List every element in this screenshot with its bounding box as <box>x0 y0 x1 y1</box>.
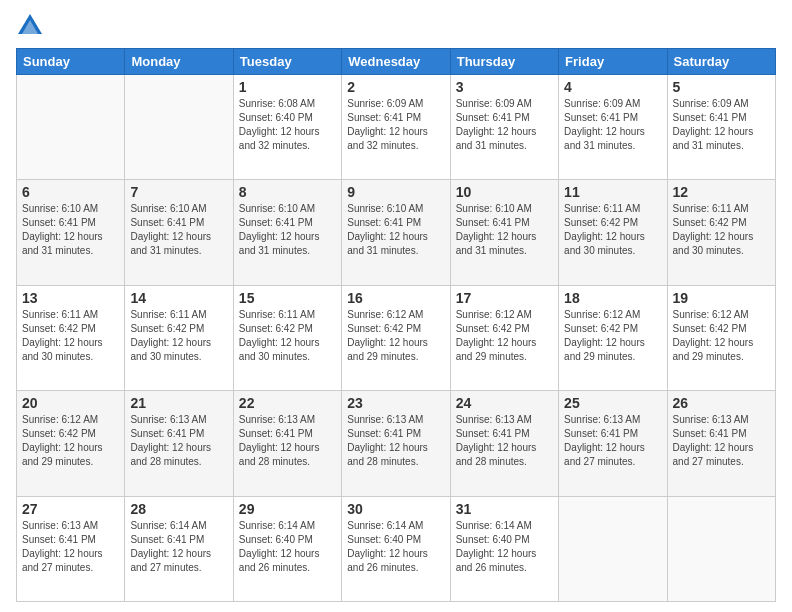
day-info: Sunrise: 6:13 AM Sunset: 6:41 PM Dayligh… <box>456 413 553 469</box>
day-number: 10 <box>456 184 553 200</box>
day-info: Sunrise: 6:14 AM Sunset: 6:40 PM Dayligh… <box>347 519 444 575</box>
day-number: 7 <box>130 184 227 200</box>
header <box>16 12 776 40</box>
day-info: Sunrise: 6:12 AM Sunset: 6:42 PM Dayligh… <box>673 308 770 364</box>
day-number: 22 <box>239 395 336 411</box>
day-info: Sunrise: 6:10 AM Sunset: 6:41 PM Dayligh… <box>239 202 336 258</box>
day-number: 27 <box>22 501 119 517</box>
day-number: 16 <box>347 290 444 306</box>
day-info: Sunrise: 6:10 AM Sunset: 6:41 PM Dayligh… <box>130 202 227 258</box>
day-number: 19 <box>673 290 770 306</box>
day-cell: 10Sunrise: 6:10 AM Sunset: 6:41 PM Dayli… <box>450 180 558 285</box>
week-row-5: 27Sunrise: 6:13 AM Sunset: 6:41 PM Dayli… <box>17 496 776 601</box>
week-row-1: 1Sunrise: 6:08 AM Sunset: 6:40 PM Daylig… <box>17 75 776 180</box>
day-cell: 14Sunrise: 6:11 AM Sunset: 6:42 PM Dayli… <box>125 285 233 390</box>
day-cell: 28Sunrise: 6:14 AM Sunset: 6:41 PM Dayli… <box>125 496 233 601</box>
day-cell: 24Sunrise: 6:13 AM Sunset: 6:41 PM Dayli… <box>450 391 558 496</box>
day-cell <box>17 75 125 180</box>
day-number: 26 <box>673 395 770 411</box>
day-info: Sunrise: 6:13 AM Sunset: 6:41 PM Dayligh… <box>673 413 770 469</box>
day-info: Sunrise: 6:11 AM Sunset: 6:42 PM Dayligh… <box>239 308 336 364</box>
week-row-3: 13Sunrise: 6:11 AM Sunset: 6:42 PM Dayli… <box>17 285 776 390</box>
day-info: Sunrise: 6:13 AM Sunset: 6:41 PM Dayligh… <box>239 413 336 469</box>
day-info: Sunrise: 6:13 AM Sunset: 6:41 PM Dayligh… <box>347 413 444 469</box>
day-info: Sunrise: 6:10 AM Sunset: 6:41 PM Dayligh… <box>22 202 119 258</box>
day-info: Sunrise: 6:09 AM Sunset: 6:41 PM Dayligh… <box>347 97 444 153</box>
day-info: Sunrise: 6:14 AM Sunset: 6:41 PM Dayligh… <box>130 519 227 575</box>
day-cell: 4Sunrise: 6:09 AM Sunset: 6:41 PM Daylig… <box>559 75 667 180</box>
col-header-sunday: Sunday <box>17 49 125 75</box>
day-info: Sunrise: 6:11 AM Sunset: 6:42 PM Dayligh… <box>130 308 227 364</box>
day-number: 17 <box>456 290 553 306</box>
day-info: Sunrise: 6:14 AM Sunset: 6:40 PM Dayligh… <box>456 519 553 575</box>
day-cell: 15Sunrise: 6:11 AM Sunset: 6:42 PM Dayli… <box>233 285 341 390</box>
day-cell: 1Sunrise: 6:08 AM Sunset: 6:40 PM Daylig… <box>233 75 341 180</box>
day-number: 9 <box>347 184 444 200</box>
day-cell: 3Sunrise: 6:09 AM Sunset: 6:41 PM Daylig… <box>450 75 558 180</box>
day-cell: 18Sunrise: 6:12 AM Sunset: 6:42 PM Dayli… <box>559 285 667 390</box>
day-number: 15 <box>239 290 336 306</box>
day-cell: 27Sunrise: 6:13 AM Sunset: 6:41 PM Dayli… <box>17 496 125 601</box>
calendar: SundayMondayTuesdayWednesdayThursdayFrid… <box>16 48 776 602</box>
day-number: 31 <box>456 501 553 517</box>
col-header-tuesday: Tuesday <box>233 49 341 75</box>
day-cell: 6Sunrise: 6:10 AM Sunset: 6:41 PM Daylig… <box>17 180 125 285</box>
day-cell: 20Sunrise: 6:12 AM Sunset: 6:42 PM Dayli… <box>17 391 125 496</box>
day-cell: 23Sunrise: 6:13 AM Sunset: 6:41 PM Dayli… <box>342 391 450 496</box>
day-info: Sunrise: 6:13 AM Sunset: 6:41 PM Dayligh… <box>564 413 661 469</box>
day-number: 30 <box>347 501 444 517</box>
day-cell: 16Sunrise: 6:12 AM Sunset: 6:42 PM Dayli… <box>342 285 450 390</box>
day-info: Sunrise: 6:13 AM Sunset: 6:41 PM Dayligh… <box>22 519 119 575</box>
logo <box>16 12 48 40</box>
day-number: 1 <box>239 79 336 95</box>
day-number: 8 <box>239 184 336 200</box>
day-number: 2 <box>347 79 444 95</box>
day-info: Sunrise: 6:12 AM Sunset: 6:42 PM Dayligh… <box>456 308 553 364</box>
day-info: Sunrise: 6:10 AM Sunset: 6:41 PM Dayligh… <box>347 202 444 258</box>
day-cell: 7Sunrise: 6:10 AM Sunset: 6:41 PM Daylig… <box>125 180 233 285</box>
day-number: 4 <box>564 79 661 95</box>
day-cell: 30Sunrise: 6:14 AM Sunset: 6:40 PM Dayli… <box>342 496 450 601</box>
week-row-2: 6Sunrise: 6:10 AM Sunset: 6:41 PM Daylig… <box>17 180 776 285</box>
day-number: 24 <box>456 395 553 411</box>
day-info: Sunrise: 6:11 AM Sunset: 6:42 PM Dayligh… <box>673 202 770 258</box>
day-number: 29 <box>239 501 336 517</box>
day-cell: 2Sunrise: 6:09 AM Sunset: 6:41 PM Daylig… <box>342 75 450 180</box>
day-info: Sunrise: 6:09 AM Sunset: 6:41 PM Dayligh… <box>564 97 661 153</box>
day-cell: 19Sunrise: 6:12 AM Sunset: 6:42 PM Dayli… <box>667 285 775 390</box>
day-cell: 8Sunrise: 6:10 AM Sunset: 6:41 PM Daylig… <box>233 180 341 285</box>
day-number: 3 <box>456 79 553 95</box>
day-info: Sunrise: 6:12 AM Sunset: 6:42 PM Dayligh… <box>564 308 661 364</box>
day-cell: 13Sunrise: 6:11 AM Sunset: 6:42 PM Dayli… <box>17 285 125 390</box>
day-number: 21 <box>130 395 227 411</box>
day-info: Sunrise: 6:11 AM Sunset: 6:42 PM Dayligh… <box>22 308 119 364</box>
day-cell: 12Sunrise: 6:11 AM Sunset: 6:42 PM Dayli… <box>667 180 775 285</box>
day-number: 25 <box>564 395 661 411</box>
day-number: 23 <box>347 395 444 411</box>
day-info: Sunrise: 6:12 AM Sunset: 6:42 PM Dayligh… <box>347 308 444 364</box>
day-cell: 22Sunrise: 6:13 AM Sunset: 6:41 PM Dayli… <box>233 391 341 496</box>
col-header-wednesday: Wednesday <box>342 49 450 75</box>
day-cell: 29Sunrise: 6:14 AM Sunset: 6:40 PM Dayli… <box>233 496 341 601</box>
day-cell: 25Sunrise: 6:13 AM Sunset: 6:41 PM Dayli… <box>559 391 667 496</box>
day-cell: 21Sunrise: 6:13 AM Sunset: 6:41 PM Dayli… <box>125 391 233 496</box>
day-info: Sunrise: 6:11 AM Sunset: 6:42 PM Dayligh… <box>564 202 661 258</box>
day-cell: 17Sunrise: 6:12 AM Sunset: 6:42 PM Dayli… <box>450 285 558 390</box>
day-cell <box>559 496 667 601</box>
day-info: Sunrise: 6:09 AM Sunset: 6:41 PM Dayligh… <box>456 97 553 153</box>
day-number: 13 <box>22 290 119 306</box>
header-row: SundayMondayTuesdayWednesdayThursdayFrid… <box>17 49 776 75</box>
week-row-4: 20Sunrise: 6:12 AM Sunset: 6:42 PM Dayli… <box>17 391 776 496</box>
day-info: Sunrise: 6:09 AM Sunset: 6:41 PM Dayligh… <box>673 97 770 153</box>
day-number: 6 <box>22 184 119 200</box>
day-info: Sunrise: 6:12 AM Sunset: 6:42 PM Dayligh… <box>22 413 119 469</box>
day-number: 5 <box>673 79 770 95</box>
logo-icon <box>16 12 44 40</box>
col-header-friday: Friday <box>559 49 667 75</box>
day-cell: 26Sunrise: 6:13 AM Sunset: 6:41 PM Dayli… <box>667 391 775 496</box>
col-header-thursday: Thursday <box>450 49 558 75</box>
col-header-monday: Monday <box>125 49 233 75</box>
day-number: 11 <box>564 184 661 200</box>
day-number: 20 <box>22 395 119 411</box>
page: SundayMondayTuesdayWednesdayThursdayFrid… <box>0 0 792 612</box>
